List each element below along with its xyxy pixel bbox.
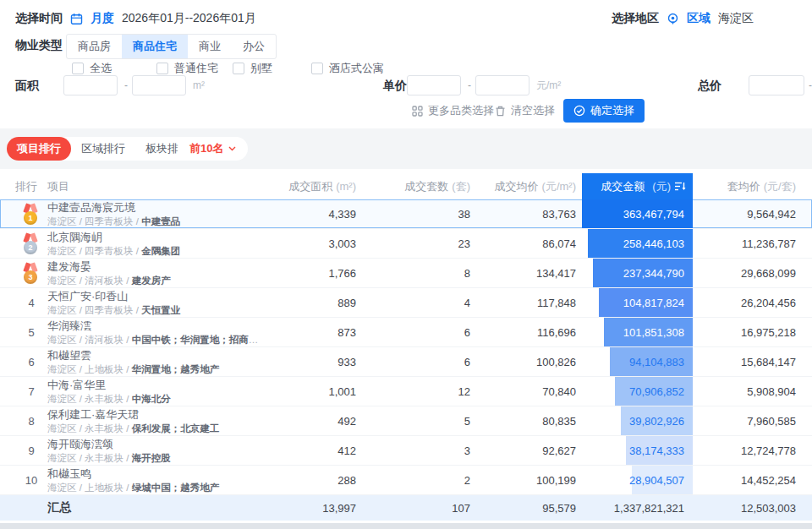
avg-price-value: 117,848 [470, 297, 576, 309]
subtype-checkbox-row: 全选普通住宅别墅酒店式公寓 [0, 61, 812, 76]
table-row[interactable]: 8保利建工·嘉华天珺海淀区 / 永丰板块 / 保利发展；北京建工492580,8… [0, 406, 812, 436]
table-row[interactable]: 4天恒广安·印香山海淀区 / 四季青板块 / 天恒置业8894117,84810… [0, 288, 812, 318]
header-avg-price[interactable]: 成交均价(元/m²) [470, 173, 576, 199]
count-value: 5 [356, 415, 470, 428]
avg-price-value: 92,627 [470, 444, 576, 457]
ranking-tab-1[interactable]: 项目排行 [7, 137, 71, 161]
amount-bar: 39,802,926 [621, 406, 693, 435]
project-subtitle: 海淀区 / 永丰板块 / 保利发展；北京建工 [47, 423, 263, 434]
unit-price-min-input[interactable] [407, 75, 461, 95]
avg-price-value: 80,835 [470, 415, 576, 428]
project-cell: 华润臻澐海淀区 / 清河板块 / 中国中铁；华润置地；招商蛇口 [47, 319, 263, 346]
total-price-min-input[interactable] [749, 75, 804, 95]
more-categories-label: 更多品类选择 [428, 103, 494, 118]
avg-price-value: 83,763 [470, 208, 576, 221]
table-row[interactable]: 3建发海晏海淀区 / 清河板块 / 建发房产1,7668134,417237,3… [0, 259, 812, 288]
subtype-checkbox-4[interactable]: 酒店式公寓 [311, 61, 384, 76]
per-unit-price-value: 26,204,456 [693, 297, 796, 309]
rank-cell: 8 [15, 415, 47, 428]
amount-bar: 258,446,103 [588, 229, 693, 258]
subtype-checkbox-3[interactable]: 别墅 [233, 61, 272, 76]
per-unit-price-value: 14,452,254 [693, 474, 796, 487]
area-max-input[interactable] [132, 75, 186, 95]
grid-icon [412, 106, 423, 117]
region-value[interactable]: 海淀区 [718, 11, 754, 26]
area-value: 3,003 [263, 237, 356, 250]
subtype-checkbox-1[interactable]: 全选 [72, 61, 112, 76]
project-subtitle: 海淀区 / 永丰板块 / 海开控股 [47, 452, 263, 464]
rank-number: 8 [15, 415, 47, 428]
summary-area: 13,997 [263, 502, 356, 515]
clear-selection-label: 清空选择 [511, 103, 555, 118]
project-developer: 海开控股 [132, 453, 171, 463]
avg-price-value: 116,696 [470, 326, 576, 339]
time-mode-link[interactable]: 月度 [91, 11, 114, 26]
ranking-tab-2[interactable]: 区域排行 [71, 137, 135, 161]
subtype-checkbox-2[interactable]: 普通住宅 [156, 61, 218, 76]
area-value: 889 [263, 297, 356, 309]
rank-cell: 9 [15, 444, 47, 457]
amount-cell: 94,104,883 [582, 347, 693, 376]
region-mode-link[interactable]: 区域 [687, 11, 710, 26]
location-pin-icon [667, 13, 679, 25]
table-row[interactable]: 2北京隅海岄海淀区 / 四季青板块 / 金隅集团3,0032386,074258… [0, 229, 812, 259]
table-row[interactable]: 1中建壹品海宸元境海淀区 / 四季青板块 / 中建壹品4,3393883,763… [0, 199, 812, 229]
ranking-dashboard: 选择时间 月度 2026年01月--2026年01月 选择地区 区域 海淀区 物… [0, 0, 812, 529]
property-tab-2[interactable]: 商品住宅 [122, 35, 188, 58]
rank-cell: 6 [15, 356, 47, 368]
clear-selection-button[interactable]: 清空选择 [495, 99, 555, 123]
project-developer: 中国中铁；华润置地；招商蛇口 [132, 335, 263, 345]
summary-label: 汇总 [47, 500, 263, 515]
count-value: 4 [356, 297, 470, 309]
region-filter-label: 选择地区 [612, 11, 659, 26]
rank-cell: 5 [15, 326, 47, 339]
calendar-icon [70, 13, 83, 25]
table-row[interactable]: 6和樾望雲海淀区 / 上地板块 / 华润置地；越秀地产9336100,82694… [0, 347, 812, 377]
medal-rank-3-icon: 3 [21, 263, 40, 284]
table-row[interactable]: 7中海·富华里海淀区 / 永丰板块 / 中海北分1,0011270,84070,… [0, 377, 812, 406]
checkbox-icon [72, 63, 84, 74]
amount-cell: 39,802,926 [582, 406, 693, 435]
header-area[interactable]: 成交面积(m²) [263, 173, 356, 199]
project-cell: 和樾望雲海淀区 / 上地板块 / 华润置地；越秀地产 [47, 349, 263, 375]
confirm-selection-button[interactable]: 确定选择 [563, 99, 645, 123]
project-name: 建发海晏 [47, 260, 263, 273]
project-location: 海淀区 / 上地板块 / [47, 483, 132, 493]
count-value: 2 [356, 474, 470, 487]
header-count[interactable]: 成交套数(套) [356, 173, 470, 199]
amount-cell: 28,904,507 [582, 466, 693, 494]
project-subtitle: 海淀区 / 清河板块 / 建发房产 [47, 275, 263, 286]
header-amount-sorted[interactable]: 成交金额(元) [582, 173, 693, 199]
table-row[interactable]: 10和樾玉鸣海淀区 / 上地板块 / 绿城中国；越秀地产2882100,1992… [0, 466, 812, 495]
time-range-value[interactable]: 2026年01月--2026年01月 [122, 11, 256, 26]
summary-row: 汇总 13,997 107 95,579 1,337,821,321 12,50… [0, 495, 812, 521]
more-categories-button[interactable]: 更多品类选择 [412, 99, 494, 123]
property-tab-3[interactable]: 商业 [188, 35, 232, 58]
property-tab-4[interactable]: 办公 [232, 35, 276, 58]
property-tab-1[interactable]: 商品房 [67, 35, 122, 58]
avg-price-value: 100,826 [470, 356, 576, 368]
top-n-filter[interactable]: 前10名 [178, 137, 248, 161]
top-n-label: 前10名 [189, 141, 223, 156]
confirm-selection-label: 确定选择 [590, 103, 634, 118]
header-per-unit-price[interactable]: 套均价(元/套) [693, 173, 796, 199]
per-unit-price-value: 5,908,904 [693, 385, 796, 398]
amount-cell: 101,851,308 [582, 318, 693, 346]
ranking-tabs-band: 项目排行区域排行板块排行 前10名 [0, 128, 812, 169]
table-body: 1中建壹品海宸元境海淀区 / 四季青板块 / 中建壹品4,3393883,763… [0, 199, 812, 495]
project-developer: 建发房产 [132, 275, 171, 286]
rank-cell: 1 [15, 204, 47, 225]
area-min-input[interactable] [63, 75, 118, 95]
unit-price-max-input[interactable] [475, 75, 529, 95]
medal-number: 1 [24, 211, 37, 225]
table-row[interactable]: 9海开颐海澐颂海淀区 / 永丰板块 / 海开控股412392,62738,174… [0, 436, 812, 466]
rank-cell: 3 [15, 263, 47, 284]
project-name: 保利建工·嘉华天珺 [47, 408, 263, 421]
check-circle-icon [573, 105, 585, 117]
unit-price-range-separator: - [468, 75, 471, 95]
per-unit-price-value: 12,724,778 [693, 444, 796, 457]
bottom-scrollbar-strip[interactable] [0, 523, 812, 529]
amount-bar: 104,817,824 [599, 288, 693, 317]
summary-avg-price: 95,579 [470, 502, 576, 515]
table-row[interactable]: 5华润臻澐海淀区 / 清河板块 / 中国中铁；华润置地；招商蛇口8736116,… [0, 318, 812, 347]
